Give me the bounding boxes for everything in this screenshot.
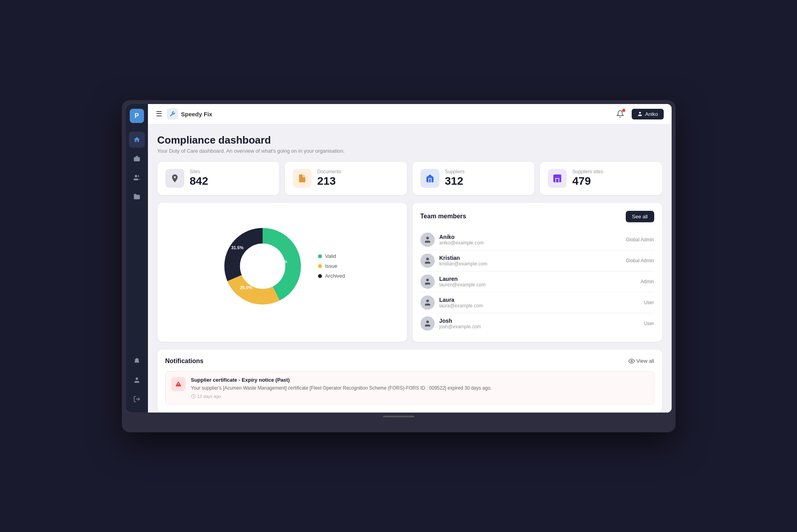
members-list: Aniko aniko@example.com Global Admin bbox=[420, 229, 654, 334]
valid-label: Valid bbox=[325, 253, 336, 259]
stat-card-suppliers: Suppliers 312 bbox=[413, 162, 535, 195]
notification-item: Supplier certificate - Expiry notice (Pa… bbox=[165, 371, 654, 405]
chart-legend: Valid Issue Archived bbox=[318, 253, 345, 279]
notification-bell[interactable] bbox=[613, 107, 627, 121]
member-avatar bbox=[420, 295, 435, 310]
sites-value: 842 bbox=[190, 175, 208, 187]
see-all-button[interactable]: See all bbox=[626, 211, 654, 222]
hamburger-button[interactable]: ☰ bbox=[156, 110, 162, 118]
svg-point-10 bbox=[426, 257, 429, 260]
team-panel-title: Team members bbox=[420, 213, 466, 220]
suppliers-label: Suppliers bbox=[445, 169, 465, 174]
stat-card-sites: Sites 842 bbox=[157, 162, 280, 195]
page-content: Compliance dashboard Your Duty of Care d… bbox=[148, 125, 672, 413]
sidebar-item-dashboard[interactable] bbox=[129, 132, 145, 148]
member-row: Laura laura@example.com User bbox=[420, 292, 654, 313]
valid-pct: 42.6% bbox=[275, 259, 287, 264]
archived-dot bbox=[318, 274, 322, 278]
issue-label: Issue bbox=[325, 263, 337, 269]
notification-badge bbox=[622, 109, 625, 112]
member-avatar bbox=[420, 254, 435, 268]
member-name: Lauren bbox=[439, 276, 636, 282]
legend-valid: Valid bbox=[318, 253, 345, 259]
member-row: Kristian kristian@example.com Global Adm… bbox=[420, 250, 654, 271]
chart-panel: 42.6% 25.9% 31.5% Valid bbox=[157, 203, 407, 342]
supplier-sites-icon bbox=[548, 169, 567, 188]
supplier-sites-label: Suppliers sites bbox=[572, 169, 603, 174]
notif-body: Your supplier's [Acumen Waste Management… bbox=[191, 384, 648, 392]
svg-point-7 bbox=[639, 112, 641, 114]
member-email: kristian@example.com bbox=[439, 261, 621, 267]
svg-rect-0 bbox=[134, 157, 140, 161]
notifications-title: Notifications bbox=[165, 358, 204, 365]
svg-point-5 bbox=[136, 377, 138, 380]
notifications-header: Notifications View all bbox=[165, 358, 654, 365]
view-all-link[interactable]: View all bbox=[629, 358, 654, 364]
member-name: Kristian bbox=[439, 255, 621, 261]
laptop-wrapper: P bbox=[122, 100, 676, 432]
brand: Speedy Fix bbox=[167, 108, 212, 119]
team-panel-header: Team members See all bbox=[420, 211, 654, 222]
sites-icon bbox=[165, 169, 184, 188]
user-menu-button[interactable]: Aniko bbox=[632, 109, 664, 119]
valid-dot bbox=[318, 254, 322, 258]
topbar: ☰ Speedy Fix Aniko bbox=[148, 104, 672, 125]
brand-name: Speedy Fix bbox=[181, 111, 212, 117]
team-panel: Team members See all Aniko bbox=[413, 203, 662, 342]
sidebar-logo: P bbox=[130, 109, 144, 123]
documents-value: 213 bbox=[317, 175, 341, 187]
brand-icon bbox=[167, 108, 178, 119]
member-role: Global Admin bbox=[626, 237, 654, 242]
view-all-label: View all bbox=[636, 358, 654, 364]
screen: P bbox=[126, 104, 672, 413]
member-row: Aniko aniko@example.com Global Admin bbox=[420, 229, 654, 250]
error-icon bbox=[171, 377, 186, 391]
eye-icon bbox=[629, 358, 635, 364]
sidebar: P bbox=[126, 104, 148, 413]
member-email: josh@example.com bbox=[439, 324, 640, 329]
member-role: User bbox=[644, 300, 654, 305]
member-email: laura@example.com bbox=[439, 303, 640, 309]
notif-time: 12 days ago bbox=[191, 394, 648, 399]
documents-label: Documents bbox=[317, 169, 341, 174]
svg-point-11 bbox=[426, 278, 429, 281]
member-row: Josh josh@example.com User bbox=[420, 313, 654, 334]
archived-pct: 31.5% bbox=[231, 245, 244, 250]
clock-icon bbox=[191, 394, 196, 399]
stat-card-documents: Documents 213 bbox=[285, 162, 407, 195]
svg-point-9 bbox=[426, 237, 429, 239]
page-subtitle: Your Duty of Care dashboard. An overview… bbox=[157, 148, 662, 154]
exclamation-icon bbox=[175, 381, 182, 387]
bottom-panels: 42.6% 25.9% 31.5% Valid bbox=[157, 203, 662, 342]
documents-icon bbox=[293, 169, 312, 188]
sidebar-item-logout[interactable] bbox=[129, 391, 145, 407]
member-name: Laura bbox=[439, 297, 640, 303]
legend-issue: Issue bbox=[318, 263, 345, 269]
member-name: Aniko bbox=[439, 234, 621, 240]
issue-dot bbox=[318, 264, 322, 268]
chart-container: 42.6% 25.9% 31.5% Valid bbox=[165, 211, 399, 322]
svg-point-14 bbox=[631, 360, 632, 362]
user-name: Aniko bbox=[645, 111, 658, 117]
member-name: Josh bbox=[439, 318, 640, 324]
sidebar-item-team[interactable] bbox=[129, 170, 145, 186]
sidebar-item-files[interactable] bbox=[129, 189, 145, 204]
laptop-bottom bbox=[126, 413, 672, 420]
chart-labels-overlay: 42.6% 25.9% 31.5% bbox=[219, 223, 306, 310]
sidebar-item-notifications[interactable] bbox=[129, 353, 145, 369]
sidebar-item-profile[interactable] bbox=[129, 372, 145, 388]
issue-pct: 25.9% bbox=[240, 285, 252, 290]
legend-archived: Archived bbox=[318, 273, 345, 279]
archived-label: Archived bbox=[325, 273, 345, 279]
member-email: lauren@example.com bbox=[439, 282, 636, 288]
suppliers-value: 312 bbox=[445, 175, 465, 187]
supplier-sites-value: 479 bbox=[572, 175, 603, 187]
svg-point-13 bbox=[426, 320, 429, 323]
member-row: Lauren lauren@example.com Admin bbox=[420, 271, 654, 292]
notifications-panel: Notifications View all Supplier certific… bbox=[157, 350, 662, 413]
sidebar-item-projects[interactable] bbox=[129, 151, 145, 167]
member-email: aniko@example.com bbox=[439, 240, 621, 246]
suppliers-icon bbox=[420, 169, 439, 188]
member-avatar bbox=[420, 275, 435, 289]
sidebar-item-reports[interactable] bbox=[129, 334, 145, 350]
